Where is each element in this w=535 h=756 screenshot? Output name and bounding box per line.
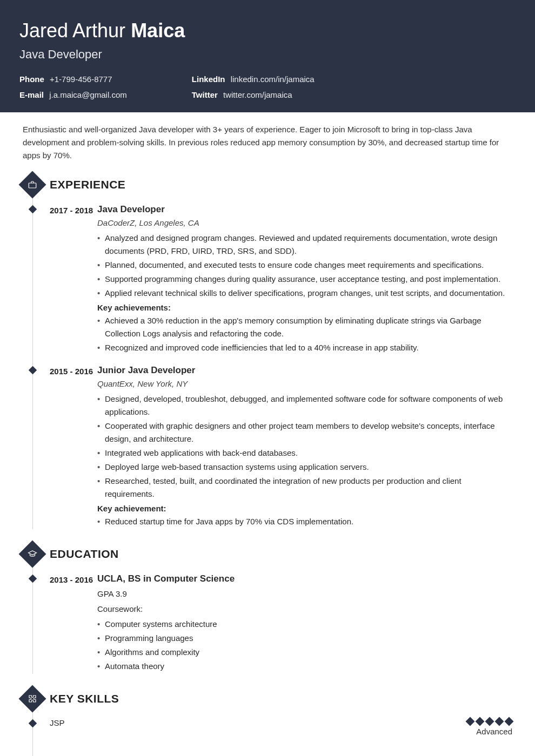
svg-rect-0 xyxy=(29,183,36,188)
list-item: Researched, tested, built, and coordinat… xyxy=(97,475,512,501)
puzzle-icon xyxy=(19,685,46,713)
email-value: j.a.maica@gmail.com xyxy=(49,90,127,99)
contact-grid: Phone +1-799-456-8777 E-mail j.a.maica@g… xyxy=(19,75,516,99)
twitter-value: twitter.com/jamaica xyxy=(223,90,292,99)
experience-entry: 2017 - 2018 Java Developer DaCoderZ, Los… xyxy=(50,204,512,355)
skill-name: JSP xyxy=(50,718,467,727)
list-item: Programming languages xyxy=(97,632,512,645)
twitter-label: Twitter xyxy=(192,90,218,99)
entry-dates: 2017 - 2018 xyxy=(50,204,97,355)
gpa-text: GPA 3.9 xyxy=(97,588,512,600)
skills-section: KEY SKILLS JSP Advanced xyxy=(0,685,535,756)
entry-bullets: Designed, developed, troubleshot, debugg… xyxy=(97,393,512,501)
list-item: Reduced startup time for Java apps by 70… xyxy=(97,515,512,528)
phone-label: Phone xyxy=(19,75,44,84)
experience-entry: 2015 - 2016 Junior Java Developer QuantE… xyxy=(50,365,512,529)
experience-title: EXPERIENCE xyxy=(50,178,125,191)
briefcase-icon xyxy=(19,171,46,199)
coursework-list: Computer systems architecture Programmin… xyxy=(97,618,512,673)
education-section: EDUCATION 2013 - 2016 UCLA, BS in Comput… xyxy=(0,540,535,674)
contact-linkedin: LinkedIn linkedin.com/in/jamaica xyxy=(192,75,315,84)
contact-col-left: Phone +1-799-456-8777 E-mail j.a.maica@g… xyxy=(19,75,127,99)
list-item: Applied relevant technical skills to del… xyxy=(97,287,512,300)
list-item: Deployed large web-based transaction sys… xyxy=(97,461,512,474)
achievements-label: Key achievement: xyxy=(97,504,512,513)
entry-marker-icon xyxy=(29,719,37,728)
contact-twitter: Twitter twitter.com/jamaica xyxy=(192,90,315,99)
list-item: Planned, documented, and executed tests … xyxy=(97,259,512,272)
graduation-cap-icon xyxy=(19,541,46,568)
diamond-icon xyxy=(466,717,475,726)
name-first-middle: Jared Arthur xyxy=(19,19,125,42)
list-item: Analyzed and designed program changes. R… xyxy=(97,232,512,258)
entry-company: DaCoderZ, Los Angeles, CA xyxy=(97,218,512,227)
diamond-icon xyxy=(505,717,514,726)
email-label: E-mail xyxy=(19,90,44,99)
contact-phone: Phone +1-799-456-8777 xyxy=(19,75,127,84)
list-item: Automata theory xyxy=(97,660,512,673)
list-item: Supported programming changes during qua… xyxy=(97,273,512,286)
entry-marker-icon xyxy=(29,575,37,583)
diamond-icon xyxy=(495,717,504,726)
list-item: Computer systems architecture xyxy=(97,618,512,631)
skill-level: Advanced xyxy=(467,727,512,736)
contact-email: E-mail j.a.maica@gmail.com xyxy=(19,90,127,99)
entry-bullets: Analyzed and designed program changes. R… xyxy=(97,232,512,300)
experience-header: EXPERIENCE xyxy=(50,171,512,199)
list-item: Cooperated with graphic designers and ot… xyxy=(97,420,512,446)
entry-title: Java Developer xyxy=(97,204,512,215)
skill-rating: Advanced xyxy=(467,718,512,736)
person-name: Jared Arthur Maica xyxy=(19,19,516,42)
diamond-icon xyxy=(476,717,485,726)
education-title: EDUCATION xyxy=(50,548,119,561)
entry-title: UCLA, BS in Computer Science xyxy=(97,573,512,584)
skills-title: KEY SKILLS xyxy=(50,692,119,705)
list-item: Achieved a 30% reduction in the app's me… xyxy=(97,314,512,340)
diamond-icon xyxy=(485,717,494,726)
entry-dates: 2013 - 2016 xyxy=(50,573,97,674)
entry-dates: 2015 - 2016 xyxy=(50,365,97,529)
timeline-line xyxy=(32,711,33,756)
entry-body: UCLA, BS in Computer Science GPA 3.9 Cou… xyxy=(97,573,512,674)
contact-col-right: LinkedIn linkedin.com/in/jamaica Twitter… xyxy=(192,75,315,99)
entry-marker-icon xyxy=(29,366,37,375)
linkedin-label: LinkedIn xyxy=(192,75,225,84)
entry-title: Junior Java Developer xyxy=(97,365,512,376)
job-title: Java Developer xyxy=(19,48,516,62)
list-item: Integrated web applications with back-en… xyxy=(97,447,512,460)
timeline-line xyxy=(32,197,33,529)
experience-section: EXPERIENCE 2017 - 2018 Java Developer Da… xyxy=(0,171,535,529)
resume-header: Jared Arthur Maica Java Developer Phone … xyxy=(0,0,535,112)
achievements-label: Key achievements: xyxy=(97,303,512,312)
coursework-label: Coursework: xyxy=(97,603,512,616)
skill-entry: JSP Advanced xyxy=(50,718,512,736)
phone-value: +1-799-456-8777 xyxy=(50,75,112,84)
skills-header: KEY SKILLS xyxy=(50,685,512,713)
entry-body: Junior Java Developer QuantExx, New York… xyxy=(97,365,512,529)
education-header: EDUCATION xyxy=(50,540,512,568)
list-item: Designed, developed, troubleshot, debugg… xyxy=(97,393,512,418)
entry-company: QuantExx, New York, NY xyxy=(97,379,512,388)
entry-marker-icon xyxy=(29,205,37,214)
summary-text: Enthusiastic and well-organized Java dev… xyxy=(0,112,535,171)
entry-achievements: Reduced startup time for Java apps by 70… xyxy=(97,515,512,528)
skill-diamonds xyxy=(467,718,512,725)
linkedin-value: linkedin.com/in/jamaica xyxy=(231,75,315,84)
name-last: Maica xyxy=(131,19,185,42)
list-item: Algorithms and complexity xyxy=(97,646,512,659)
education-entry: 2013 - 2016 UCLA, BS in Computer Science… xyxy=(50,573,512,674)
entry-achievements: Achieved a 30% reduction in the app's me… xyxy=(97,314,512,354)
entry-body: Java Developer DaCoderZ, Los Angeles, CA… xyxy=(97,204,512,355)
list-item: Recognized and improved code inefficienc… xyxy=(97,341,512,354)
